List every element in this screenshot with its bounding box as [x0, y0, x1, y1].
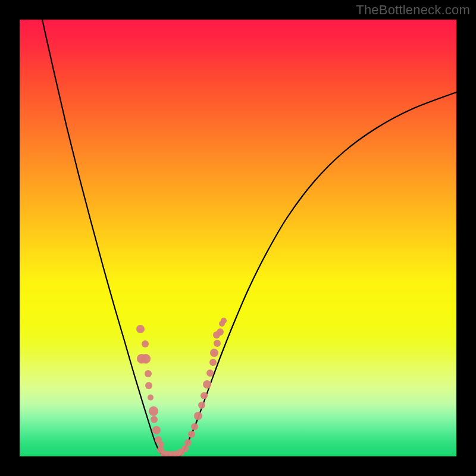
curve-path — [42, 20, 456, 455]
highlight-dot — [148, 394, 154, 400]
highlight-dot — [141, 354, 151, 364]
highlight-dot — [217, 328, 224, 336]
highlight-dot — [203, 380, 211, 389]
bottleneck-curve-svg — [20, 20, 456, 456]
highlight-dot — [194, 412, 202, 420]
highlight-dot — [149, 406, 158, 416]
highlight-dot — [142, 340, 149, 347]
highlight-dot — [184, 439, 192, 446]
highlight-dot — [152, 426, 161, 434]
highlight-dot — [221, 318, 227, 324]
highlight-dot — [210, 349, 218, 357]
highlight-dot — [136, 325, 145, 333]
chart-plot-area — [20, 20, 456, 456]
highlight-dot — [191, 423, 198, 430]
highlight-dot — [214, 340, 221, 347]
highlight-dot — [209, 359, 217, 366]
watermark-text: TheBottleneck.com — [356, 2, 470, 18]
highlight-dot — [188, 431, 195, 438]
highlight-dots-group — [136, 318, 227, 456]
highlight-dot — [151, 416, 158, 423]
highlight-dot — [145, 382, 152, 389]
highlight-dot — [206, 369, 214, 377]
highlight-dot — [145, 370, 152, 377]
highlight-dot — [201, 392, 208, 399]
highlight-dot — [198, 402, 205, 409]
